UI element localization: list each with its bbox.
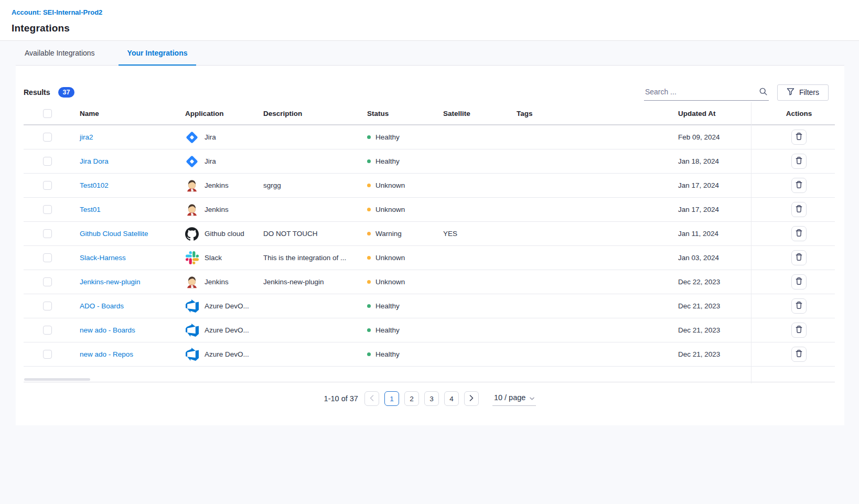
satellite-cell: YES	[443, 230, 517, 238]
updated-at-cell: Jan 18, 2024	[678, 157, 763, 165]
github-cloud-icon	[185, 227, 199, 241]
application-label: Github cloud	[205, 230, 244, 238]
prev-page-button[interactable]	[364, 391, 379, 406]
integration-name-link[interactable]: Slack-Harness	[80, 254, 126, 262]
column-header-application: Application	[185, 110, 263, 117]
description-cell: This is the integration of ...	[263, 254, 367, 262]
search-icon	[759, 87, 768, 98]
column-header-status: Status	[367, 110, 443, 117]
page-button-2[interactable]: 2	[404, 391, 419, 406]
application-label: Slack	[205, 254, 222, 262]
results-label: Results	[24, 88, 50, 96]
account-breadcrumb[interactable]: Account: SEI-Internal-Prod2	[12, 8, 102, 16]
integration-name-link[interactable]: new ado - Boards	[80, 326, 135, 334]
table-row: new ado - Repos Azure DevO... Healthy De…	[24, 342, 835, 367]
status-dot	[367, 159, 371, 163]
updated-at-cell: Jan 11, 2024	[678, 230, 763, 238]
integration-name-link[interactable]: Github Cloud Satellite	[80, 230, 148, 238]
status-dot	[367, 280, 371, 284]
delete-button[interactable]	[791, 347, 807, 362]
integrations-card: Results 37 Filters Name Application Desc…	[16, 66, 844, 425]
status-label: Warning	[375, 230, 402, 238]
status-label: Unknown	[375, 254, 405, 262]
row-checkbox[interactable]	[43, 302, 52, 310]
filters-button[interactable]: Filters	[777, 84, 829, 101]
column-header-satellite: Satellite	[443, 110, 517, 117]
status-cell: Warning	[367, 230, 443, 238]
delete-button[interactable]	[791, 226, 807, 241]
table-footer	[24, 367, 835, 382]
tab-your-integrations[interactable]: Your Integrations	[119, 41, 197, 66]
delete-button[interactable]	[791, 250, 807, 265]
status-cell: Unknown	[367, 254, 443, 262]
pagination-pages: 1234	[384, 391, 459, 406]
status-label: Unknown	[375, 181, 405, 189]
pagination: 1-10 of 37 1234 10 / page	[16, 391, 844, 406]
description-cell: Jenkins-new-plugin	[263, 278, 367, 286]
trash-icon	[795, 277, 803, 287]
delete-button[interactable]	[791, 274, 807, 289]
trash-icon	[795, 253, 803, 263]
status-label: Unknown	[375, 206, 405, 213]
integration-name-link[interactable]: Test0102	[80, 181, 109, 189]
row-checkbox[interactable]	[43, 277, 52, 286]
next-page-button[interactable]	[464, 391, 479, 406]
trash-icon	[795, 301, 803, 311]
row-checkbox[interactable]	[43, 205, 52, 214]
tab-available-integrations[interactable]: Available Integrations	[16, 41, 104, 66]
status-label: Healthy	[375, 133, 400, 141]
updated-at-cell: Feb 09, 2024	[678, 133, 763, 141]
jenkins-icon	[185, 179, 199, 192]
delete-button[interactable]	[791, 178, 807, 193]
status-label: Healthy	[375, 157, 400, 165]
column-header-name: Name	[80, 110, 185, 117]
integration-name-link[interactable]: new ado - Repos	[80, 350, 133, 358]
row-checkbox[interactable]	[43, 181, 52, 190]
column-header-tags: Tags	[517, 110, 678, 117]
description-cell: sgrgg	[263, 181, 367, 189]
page-button-4[interactable]: 4	[444, 391, 459, 406]
azure-devops-icon	[185, 299, 199, 313]
row-checkbox[interactable]	[43, 133, 52, 142]
application-label: Jira	[205, 157, 216, 165]
row-checkbox[interactable]	[43, 253, 52, 262]
row-checkbox[interactable]	[43, 326, 52, 335]
application-label: Jenkins	[205, 206, 229, 213]
application-label: Jenkins	[205, 181, 229, 189]
table-row: ADO - Boards Azure DevO... Healthy Dec 2…	[24, 294, 835, 318]
status-dot	[367, 135, 371, 139]
page-button-1[interactable]: 1	[384, 391, 399, 406]
search-input[interactable]	[644, 85, 769, 101]
integration-name-link[interactable]: jira2	[80, 133, 93, 141]
status-dot	[367, 208, 371, 211]
row-checkbox[interactable]	[43, 350, 52, 359]
integration-name-link[interactable]: Test01	[80, 206, 101, 213]
page-button-3[interactable]: 3	[424, 391, 439, 406]
row-checkbox[interactable]	[43, 229, 52, 238]
status-cell: Healthy	[367, 302, 443, 310]
horizontal-scrollbar[interactable]	[24, 378, 90, 381]
tab-bar: Available Integrations Your Integrations	[16, 41, 844, 66]
delete-button[interactable]	[791, 202, 807, 217]
page-title: Integrations	[12, 23, 859, 34]
delete-button[interactable]	[791, 154, 807, 169]
delete-button[interactable]	[791, 323, 807, 338]
select-all-checkbox[interactable]	[43, 109, 52, 118]
page-size-select[interactable]: 10 / page	[492, 392, 536, 406]
column-header-updated-at: Updated At	[678, 110, 763, 117]
description-cell: DO NOT TOUCH	[263, 230, 367, 238]
delete-button[interactable]	[791, 130, 807, 145]
updated-at-cell: Dec 21, 2023	[678, 302, 763, 310]
row-checkbox[interactable]	[43, 157, 52, 166]
integration-name-link[interactable]: Jenkins-new-plugin	[80, 278, 141, 286]
chevron-left-icon	[370, 395, 374, 403]
table-row: Github Cloud Satellite Github cloud DO N…	[24, 222, 835, 246]
updated-at-cell: Dec 21, 2023	[678, 350, 763, 358]
application-label: Azure DevO...	[205, 302, 249, 310]
integration-name-link[interactable]: Jira Dora	[80, 157, 109, 165]
toolbar-right: Filters	[644, 84, 829, 101]
status-dot	[367, 352, 371, 356]
table-row: Test0102 Jenkins sgrgg Unknown Jan 17, 2…	[24, 174, 835, 198]
integration-name-link[interactable]: ADO - Boards	[80, 302, 124, 310]
delete-button[interactable]	[791, 298, 807, 314]
